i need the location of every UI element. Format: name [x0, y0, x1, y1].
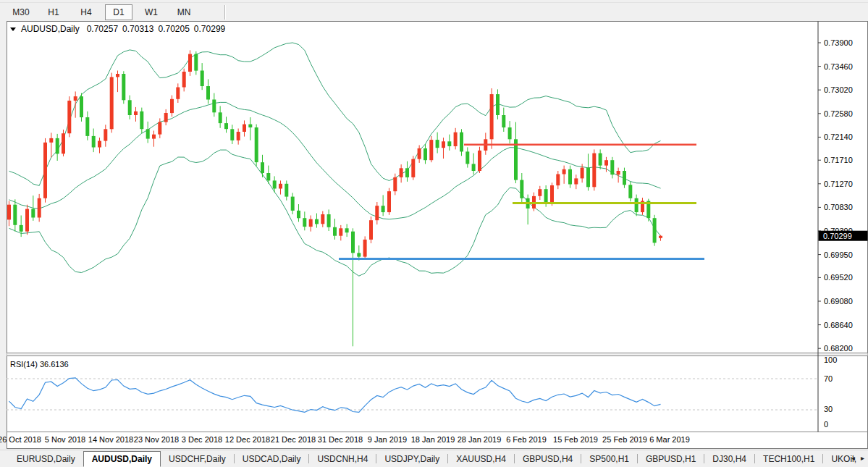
candle-body [182, 72, 186, 88]
tab-eurusd-daily[interactable]: EURUSD,Daily [9, 452, 83, 466]
candle-body [224, 123, 228, 129]
candle-body [152, 135, 156, 139]
chart-title: AUDUSD,Daily0.702570.703130.702050.70299 [10, 24, 226, 34]
tab-gbpusd-h4[interactable]: GBPUSD,H4 [515, 452, 581, 466]
price-tick-label: 0.72580 [824, 109, 853, 118]
candle-body [357, 253, 361, 256]
candle-body [110, 77, 114, 129]
candle-body [279, 184, 282, 189]
date-label: 25 Feb 2019 [602, 435, 647, 444]
candle-body [581, 168, 584, 179]
date-label: 31 Dec 2018 [318, 435, 363, 444]
candle-body [418, 148, 421, 159]
date-label: 26 Oct 2018 [0, 435, 41, 444]
candle-body [309, 219, 313, 227]
candle-body [266, 173, 270, 180]
candle-body [146, 129, 150, 138]
panel-splitter[interactable] [7, 353, 868, 356]
candle-body [321, 214, 324, 224]
price-tick-label: 0.73460 [824, 62, 853, 71]
candle-body [375, 206, 379, 220]
timeframe-button-h1[interactable]: H1 [40, 4, 67, 20]
date-label: 21 Dec 2018 [271, 435, 316, 444]
candle-body [351, 232, 355, 253]
candle-body [38, 198, 41, 218]
candle-body [496, 94, 500, 115]
candle-body [62, 133, 65, 153]
candle-body [285, 184, 288, 197]
price-tick-label: 0.69080 [824, 297, 853, 306]
tab-usdcad-daily[interactable]: USDCAD,Daily [235, 452, 309, 466]
date-label: 23 Nov 2018 [134, 435, 179, 444]
candle-body [122, 74, 125, 100]
tab-usdjpy-daily[interactable]: USDJPY,Daily [376, 452, 447, 466]
candle-body [653, 218, 657, 243]
candle-body [140, 112, 143, 129]
candle-body [502, 115, 505, 127]
candle-body [424, 148, 427, 160]
candle-body [219, 112, 222, 123]
candle-body [248, 125, 252, 127]
tab-scroll-right-icon[interactable]: ▸ [861, 454, 864, 463]
price-tick-label: 0.71270 [824, 180, 853, 188]
candle-body [617, 171, 620, 174]
candle-body [339, 228, 342, 235]
date-label: 3 Dec 2018 [182, 435, 222, 444]
candle-body [201, 71, 204, 87]
rsi-axis-label: 70 [824, 374, 833, 383]
candle-body [194, 54, 198, 71]
tab-tech100-h1[interactable]: TECH100,H1 [755, 452, 822, 466]
price-tick-label: 0.71710 [824, 156, 853, 164]
candle-body [243, 125, 246, 132]
tab-usdcnh-h4[interactable]: USDCNH,H4 [309, 452, 376, 466]
ohlc-open: 0.70257 [87, 24, 119, 34]
candle-body [604, 160, 608, 165]
candle-body [315, 219, 319, 224]
candle-body [206, 86, 210, 100]
candle-body [188, 54, 192, 72]
tab-dj30-h4[interactable]: DJ30,H4 [704, 452, 754, 466]
price-chart[interactable]: 0.739000.734600.730200.725800.721400.717… [0, 0, 868, 467]
candle-body [7, 205, 11, 220]
candle-body [261, 162, 264, 173]
candle-body [387, 191, 391, 212]
candle-body [291, 197, 295, 211]
candle-body [454, 132, 458, 146]
date-label: 12 Dec 2018 [225, 435, 270, 444]
candle-body [586, 168, 590, 188]
candle-body [429, 140, 433, 160]
chart-tab-bar: EURUSD,DailyAUDUSD,DailyUSDCHF,DailyUSDC… [0, 450, 868, 467]
tab-xauusd-h4[interactable]: XAUUSD,H4 [448, 452, 514, 466]
price-tick-label: 0.69950 [824, 251, 853, 259]
timeframe-button-m30[interactable]: M30 [7, 4, 35, 20]
rsi-indicator-label: RSI(14) 36.6136 [10, 360, 69, 369]
date-label: 6 Feb 2019 [506, 435, 547, 444]
price-tick-label: 0.68640 [824, 321, 853, 329]
date-label: 18 Jan 2019 [411, 435, 455, 444]
candle-body [556, 174, 560, 186]
date-axis[interactable]: 26 Oct 20185 Nov 201814 Nov 201823 Nov 2… [0, 435, 690, 444]
candle-body [20, 225, 23, 232]
tab-audusd-daily[interactable]: AUDUSD,Daily [83, 451, 161, 467]
candle-body [98, 141, 101, 148]
price-tick-label: 0.72140 [824, 132, 853, 141]
timeframe-button-d1[interactable]: D1 [105, 4, 132, 20]
timeframe-button-mn[interactable]: MN [170, 4, 198, 20]
tab-sp500-h1[interactable]: SP500,H1 [581, 452, 637, 466]
candle-body [116, 74, 119, 77]
date-label: 14 Nov 2018 [88, 435, 133, 444]
candle-body [393, 177, 397, 191]
candle-body [659, 236, 662, 238]
candle-body [303, 218, 306, 227]
rsi-axis-label: 100 [824, 355, 837, 364]
tab-gbpusd-h1[interactable]: GBPUSD,H1 [638, 452, 704, 466]
tab-usdchf-daily[interactable]: USDCHF,Daily [161, 452, 234, 466]
tab-scroll-left-icon[interactable]: ◂ [851, 454, 855, 463]
candle-body [128, 100, 132, 115]
timeframe-button-h4[interactable]: H4 [72, 4, 100, 20]
tab-scroll-controls: ◂ ▸ [851, 454, 864, 463]
date-label: 6 Mar 2019 [649, 435, 690, 444]
candle-body [43, 143, 47, 198]
candle-body [544, 189, 548, 203]
timeframe-button-w1[interactable]: W1 [138, 4, 165, 20]
